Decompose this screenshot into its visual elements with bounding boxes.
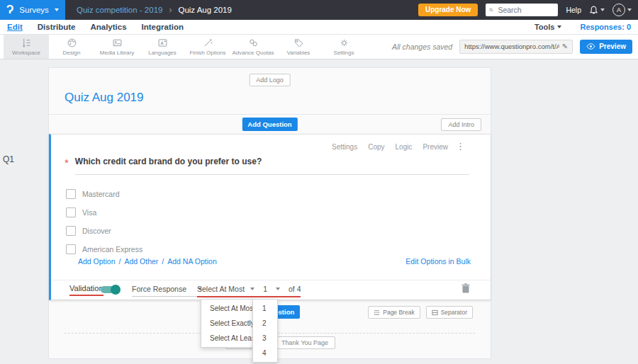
nav-tab-edit[interactable]: Edit bbox=[7, 23, 23, 31]
notifications-menu[interactable] bbox=[589, 5, 605, 15]
question-more-menu-icon[interactable]: ⋮ bbox=[456, 141, 465, 152]
page-break-button[interactable]: Page Break bbox=[368, 306, 420, 319]
add-logo-button[interactable]: Add Logo bbox=[249, 74, 291, 86]
thank-you-page-button[interactable]: Thank You Page bbox=[274, 336, 335, 349]
divider bbox=[51, 280, 491, 280]
question-settings-link[interactable]: Settings bbox=[332, 143, 357, 151]
search-input[interactable] bbox=[496, 5, 554, 15]
product-menu[interactable]: Ɂ Surveys bbox=[0, 0, 65, 20]
tools-menu[interactable]: Tools bbox=[535, 23, 562, 31]
toolbar-item-workspace[interactable]: Workspace bbox=[4, 34, 49, 59]
chevron-down-icon bbox=[250, 288, 254, 290]
answer-option-row: Visa bbox=[66, 207, 96, 217]
toolbar-item-label: Advance Quotas bbox=[232, 50, 274, 56]
eye-icon bbox=[586, 43, 595, 50]
media-library-icon bbox=[112, 38, 123, 48]
option-checkbox[interactable] bbox=[66, 244, 76, 254]
survey-url-field[interactable]: https://www.questionpro.com/t/APNrFZ ✎ bbox=[459, 40, 573, 54]
nav-tab-integration[interactable]: Integration bbox=[142, 23, 184, 31]
survey-title[interactable]: Quiz Aug 2019 bbox=[65, 91, 144, 105]
option-label[interactable]: Visa bbox=[82, 208, 96, 217]
force-response-dropdown[interactable]: Force Response bbox=[132, 285, 202, 297]
question-text[interactable]: Which credit card brand do you prefer to… bbox=[75, 157, 262, 166]
link-separator: / bbox=[119, 257, 121, 266]
nav-tab-analytics[interactable]: Analytics bbox=[90, 23, 126, 31]
toolbar-item-label: Media Library bbox=[100, 50, 134, 56]
count-option-2[interactable]: 2 bbox=[253, 316, 277, 331]
edit-url-icon[interactable]: ✎ bbox=[562, 42, 568, 50]
add-intro-button[interactable]: Add Intro bbox=[441, 118, 481, 131]
option-label[interactable]: American Express bbox=[82, 245, 142, 254]
edit-options-in-bulk-link[interactable]: Edit Options in Bulk bbox=[405, 257, 471, 266]
page-break-label: Page Break bbox=[383, 309, 414, 316]
rule-option-select-at-least[interactable]: Select At Least bbox=[201, 331, 254, 346]
toolbar-item-advance-quotas[interactable]: Advance Quotas bbox=[230, 34, 276, 59]
count-dropdown[interactable]: 1 bbox=[263, 285, 267, 293]
question-preview-link[interactable]: Preview bbox=[422, 143, 448, 151]
add-question-button[interactable]: Add Question bbox=[242, 118, 297, 131]
count-option-3[interactable]: 3 bbox=[253, 331, 277, 346]
delete-question-button[interactable] bbox=[461, 283, 470, 296]
search-icon bbox=[489, 6, 493, 13]
count-option-4[interactable]: 4 bbox=[253, 346, 277, 360]
count-option-1[interactable]: 1 bbox=[253, 301, 277, 316]
toolbar-item-languages[interactable]: Languages bbox=[140, 34, 185, 59]
required-marker: * bbox=[65, 159, 69, 166]
divider bbox=[75, 174, 469, 175]
breadcrumb-folder[interactable]: Quiz competition - 2019 bbox=[77, 6, 162, 14]
questionpro-logo-icon: Ɂ bbox=[6, 0, 13, 20]
answer-option-row: Mastercard bbox=[66, 189, 120, 199]
tools-menu-label: Tools bbox=[535, 23, 555, 31]
bell-icon bbox=[589, 5, 598, 15]
question-logic-link[interactable]: Logic bbox=[396, 143, 413, 151]
validation-label: Validation bbox=[69, 284, 103, 296]
trash-icon bbox=[461, 283, 470, 293]
help-link[interactable]: Help bbox=[566, 6, 581, 14]
toolbar-item-label: Design bbox=[63, 50, 81, 56]
add-other-link[interactable]: Add Other bbox=[124, 257, 158, 266]
product-menu-label: Surveys bbox=[19, 6, 49, 14]
add-na-option-link[interactable]: Add NA Option bbox=[167, 257, 216, 266]
workspace-icon bbox=[21, 38, 32, 48]
option-checkbox[interactable] bbox=[66, 207, 76, 217]
nav-tab-distribute[interactable]: Distribute bbox=[38, 23, 76, 31]
toolbar-item-label: Languages bbox=[148, 50, 177, 56]
global-search[interactable] bbox=[486, 4, 558, 16]
rule-option-select-at-most[interactable]: Select At Most bbox=[201, 301, 254, 316]
responses-count[interactable]: Responses: 0 bbox=[580, 23, 631, 31]
advance-quotas-icon bbox=[248, 38, 259, 48]
rule-option-select-exactly[interactable]: Select Exactly bbox=[201, 316, 254, 331]
separator-label: Separator bbox=[441, 309, 467, 316]
toolbar-item-variables[interactable]: Variables bbox=[276, 34, 321, 59]
question-copy-link[interactable]: Copy bbox=[368, 143, 384, 151]
preview-button[interactable]: Preview bbox=[580, 40, 632, 54]
toolbar-item-finish-options[interactable]: Finish Options bbox=[185, 34, 230, 59]
account-menu[interactable]: A bbox=[612, 4, 632, 16]
add-option-link[interactable]: Add Option bbox=[78, 257, 116, 266]
option-label[interactable]: Mastercard bbox=[82, 190, 120, 198]
of-total-label: of 4 bbox=[289, 285, 301, 293]
chevron-down-icon bbox=[600, 8, 605, 11]
separator-button[interactable]: Separator bbox=[426, 306, 473, 319]
toolbar-item-design[interactable]: Design bbox=[49, 34, 94, 59]
survey-url[interactable]: https://www.questionpro.com/t/APNrFZ bbox=[464, 42, 559, 50]
upgrade-now-button[interactable]: Upgrade Now bbox=[418, 4, 478, 16]
variables-icon bbox=[293, 38, 304, 48]
rule-dropdown-menu: Select At Most Select Exactly Select At … bbox=[201, 299, 254, 348]
separator-icon bbox=[432, 309, 438, 316]
autosave-status: All changes saved bbox=[392, 42, 452, 51]
chevron-down-icon bbox=[55, 8, 59, 11]
chevron-down-icon bbox=[627, 8, 632, 11]
toolbar-item-media-library[interactable]: Media Library bbox=[94, 34, 140, 59]
design-icon bbox=[67, 38, 77, 48]
chevron-down-icon bbox=[276, 288, 280, 290]
option-label[interactable]: Discover bbox=[82, 227, 111, 235]
rule-dropdown[interactable]: Select At Most bbox=[197, 285, 245, 293]
toolbar-item-label: Variables bbox=[287, 50, 310, 56]
option-checkbox[interactable] bbox=[66, 226, 76, 236]
toolbar-item-settings[interactable]: Settings bbox=[321, 34, 366, 59]
option-checkbox[interactable] bbox=[66, 189, 76, 199]
count-dropdown-menu: 1 2 3 4 bbox=[252, 299, 278, 363]
toggle-knob bbox=[111, 285, 121, 295]
validation-toggle[interactable] bbox=[101, 286, 119, 293]
